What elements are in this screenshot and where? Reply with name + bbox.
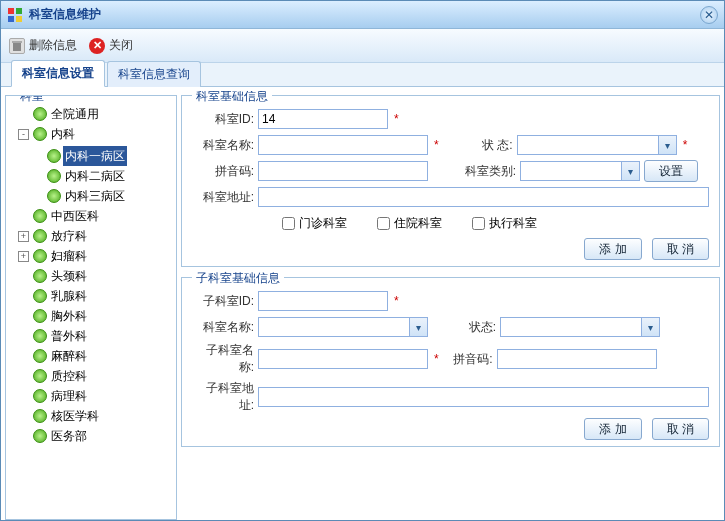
tree-node[interactable]: 核医学科 (18, 406, 166, 426)
toolbar: 删除信息 ✕ 关闭 (1, 29, 724, 63)
address-input[interactable] (258, 187, 709, 207)
address-label: 科室地址: (192, 189, 254, 206)
tree-node-label[interactable]: 内科二病区 (63, 166, 127, 186)
window-close-button[interactable]: ✕ (700, 6, 718, 24)
tab-setup-label: 科室信息设置 (22, 66, 94, 80)
category-select[interactable] (520, 161, 640, 181)
add-button-bottom[interactable]: 添 加 (584, 418, 641, 440)
tree-node[interactable]: 头颈科 (18, 266, 166, 286)
tree-node-label[interactable]: 乳腺科 (49, 286, 89, 306)
exec-checkbox-box[interactable] (472, 217, 485, 230)
tree-node-label[interactable]: 放疗科 (49, 226, 89, 246)
tree-node-label[interactable]: 头颈科 (49, 266, 89, 286)
tree-node[interactable]: 麻醉科 (18, 346, 166, 366)
window-title: 科室信息维护 (29, 6, 700, 23)
dept-basic-fieldset: 科室基础信息 科室ID: * 科室名称: * 状 态: * 拼音码: (181, 95, 720, 267)
tree-node-label[interactable]: 质控科 (49, 366, 89, 386)
expander-icon[interactable]: - (18, 129, 29, 140)
tree-node-label[interactable]: 妇瘤科 (49, 246, 89, 266)
tree-node[interactable]: 全院通用 (18, 104, 166, 124)
add-button-top[interactable]: 添 加 (584, 238, 641, 260)
sub-status-label: 状态: (446, 319, 496, 336)
dept-icon (33, 289, 47, 303)
pinyin-input[interactable] (258, 161, 428, 181)
dept-icon (47, 189, 61, 203)
tree-node[interactable]: 胸外科 (18, 306, 166, 326)
cancel-button-bottom[interactable]: 取 消 (652, 418, 709, 440)
tree-node-label[interactable]: 内科一病区 (63, 146, 127, 166)
tree-fieldset: 科室 全院通用-内科内科一病区内科二病区内科三病区中西医科+放疗科+妇瘤科头颈科… (5, 95, 177, 520)
sub-dept-legend: 子科室基础信息 (192, 270, 284, 287)
sub-name-label: 子科室名称: (192, 342, 254, 376)
tree-node-label[interactable]: 全院通用 (49, 104, 101, 124)
tab-setup[interactable]: 科室信息设置 (11, 60, 105, 87)
close-label: 关闭 (109, 37, 133, 54)
tree-node-label[interactable]: 内科三病区 (63, 186, 127, 206)
dept-icon (33, 229, 47, 243)
sub-id-input (258, 291, 388, 311)
dept-icon (33, 209, 47, 223)
inpatient-checkbox[interactable]: 住院科室 (377, 215, 442, 232)
dept-icon (33, 329, 47, 343)
tree-node[interactable]: 内科二病区 (32, 166, 166, 186)
set-button[interactable]: 设置 (644, 160, 698, 182)
status-select[interactable] (517, 135, 677, 155)
tree-node-label[interactable]: 中西医科 (49, 206, 101, 226)
outpatient-checkbox[interactable]: 门诊科室 (282, 215, 347, 232)
dept-id-input (258, 109, 388, 129)
outpatient-checkbox-box[interactable] (282, 217, 295, 230)
tree-node[interactable]: +放疗科 (18, 226, 166, 246)
sub-name-input[interactable] (258, 349, 428, 369)
inpatient-label: 住院科室 (394, 215, 442, 232)
tree-node[interactable]: 普外科 (18, 326, 166, 346)
required-mark: * (394, 294, 399, 308)
inpatient-checkbox-box[interactable] (377, 217, 390, 230)
tree-node-label[interactable]: 核医学科 (49, 406, 101, 426)
form-area: 科室基础信息 科室ID: * 科室名称: * 状 态: * 拼音码: (181, 91, 720, 516)
sub-status-select[interactable] (500, 317, 660, 337)
title-bar: 科室信息维护 ✕ (1, 1, 724, 29)
dept-icon (47, 169, 61, 183)
dept-icon (33, 389, 47, 403)
tree-node[interactable]: 内科一病区 (32, 146, 166, 166)
tree-node-label[interactable]: 医务部 (49, 426, 89, 446)
sub-addr-input[interactable] (258, 387, 709, 407)
expander-icon[interactable]: + (18, 231, 29, 242)
dept-basic-legend: 科室基础信息 (192, 91, 272, 105)
svg-rect-3 (16, 16, 22, 22)
svg-rect-1 (16, 8, 22, 14)
tree-node-label[interactable]: 内科 (49, 124, 77, 144)
add-button-top-label: 添 加 (599, 241, 626, 258)
expander-icon[interactable]: + (18, 251, 29, 262)
required-mark: * (683, 138, 688, 152)
sub-pinyin-label: 拼音码: (443, 351, 493, 368)
required-mark: * (434, 352, 439, 366)
dept-name-input[interactable] (258, 135, 428, 155)
tree-node[interactable]: 质控科 (18, 366, 166, 386)
required-mark: * (434, 138, 439, 152)
close-button[interactable]: ✕ 关闭 (89, 37, 133, 54)
delete-info-button[interactable]: 删除信息 (9, 37, 77, 54)
tab-query[interactable]: 科室信息查询 (107, 61, 201, 87)
sub-pinyin-input[interactable] (497, 349, 657, 369)
tree-node[interactable]: 内科三病区 (32, 186, 166, 206)
dept-icon (33, 409, 47, 423)
trash-icon (9, 38, 25, 54)
tree-node[interactable]: 中西医科 (18, 206, 166, 226)
tree-node[interactable]: 医务部 (18, 426, 166, 446)
sub-dept-fieldset: 子科室基础信息 子科室ID: * 科室名称: 状态: 子科室名称: * (181, 277, 720, 447)
tree-node-label[interactable]: 病理科 (49, 386, 89, 406)
sub-dept-name-select[interactable] (258, 317, 428, 337)
tree-node[interactable]: -内科内科一病区内科二病区内科三病区 (18, 124, 166, 206)
exec-checkbox[interactable]: 执行科室 (472, 215, 537, 232)
cancel-button-top[interactable]: 取 消 (652, 238, 709, 260)
tree-node-label[interactable]: 普外科 (49, 326, 89, 346)
dept-icon (33, 269, 47, 283)
close-icon: ✕ (89, 38, 105, 54)
tree-node[interactable]: 乳腺科 (18, 286, 166, 306)
tree-node[interactable]: 病理科 (18, 386, 166, 406)
tree-node-label[interactable]: 麻醉科 (49, 346, 89, 366)
tab-query-label: 科室信息查询 (118, 67, 190, 81)
tree-node[interactable]: +妇瘤科 (18, 246, 166, 266)
tree-node-label[interactable]: 胸外科 (49, 306, 89, 326)
